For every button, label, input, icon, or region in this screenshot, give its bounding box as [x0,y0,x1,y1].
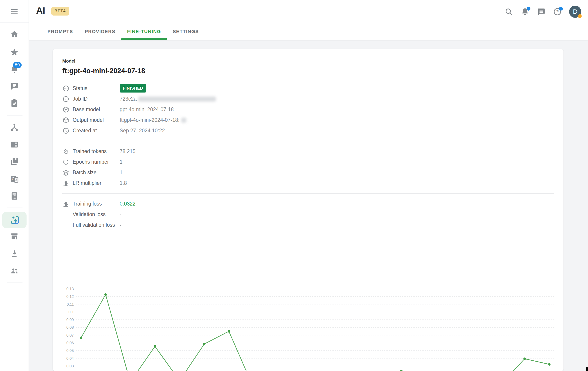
sidebar-divider [7,283,22,283]
svg-text:0.12: 0.12 [66,295,74,299]
ai-sparkle-icon[interactable] [10,215,20,225]
avatar-initial: D [573,8,578,15]
tokens-icon [62,148,70,155]
hp-row-epochs: Epochs number 1 [62,157,554,167]
library-icon[interactable] [10,157,19,166]
sidebar-divider [7,115,22,116]
star-icon[interactable] [10,47,19,57]
output-model-value: ft:gpt-4o-mini-2024-07-18: [120,117,179,123]
tab-providers[interactable]: PROVIDERS [79,23,121,40]
chart-icon [62,200,70,207]
svg-text:0.03: 0.03 [66,364,74,368]
avatar[interactable]: D [569,6,581,18]
trained-tokens-value: 78 215 [120,148,136,154]
active-tab-underline [121,38,167,40]
validation-loss-value: - [120,211,121,218]
svg-text:?: ? [556,9,559,14]
redacted-text [181,118,186,123]
tabs-bar: PROMPTS PROVIDERS FINE-TUNING SETTINGS [29,23,588,40]
search-icon[interactable] [504,7,513,16]
redacted-text [138,97,216,101]
divider [62,141,554,141]
messages-icon[interactable] [537,7,546,16]
notifications-count-badge: 59 [13,62,21,68]
sidebar-divider [7,207,22,208]
job-id-value: 723c2a [120,96,136,102]
notification-dot [527,7,530,11]
divider [62,193,554,194]
detail-row-created-at: Created at Sep 27, 2024 10:22 [62,125,554,136]
tab-fine-tuning[interactable]: FINE-TUNING [121,23,167,40]
status-badge: FINISHED [120,84,146,93]
loss-row-full-validation: Full validation loss - [62,220,554,230]
svg-text:0.04: 0.04 [66,356,74,361]
svg-text:0.06: 0.06 [66,341,74,345]
epochs-icon [62,158,70,166]
loss-row-validation: Validation loss - [62,209,554,220]
chart-icon [62,180,70,187]
svg-text:0.1: 0.1 [68,310,74,314]
workflow-icon[interactable] [10,122,19,132]
info-icon [62,96,70,103]
layout-icon[interactable] [10,140,19,149]
loss-row-training: Training loss 0.0322 [62,198,554,209]
svg-text:0.09: 0.09 [66,318,74,322]
svg-text:0.11: 0.11 [67,302,74,307]
status-icon [62,85,70,92]
calculator-icon[interactable] [10,191,19,201]
beta-badge: BETA [51,7,69,16]
screen-corner-artifact [586,367,588,371]
store-icon[interactable] [10,232,19,241]
sidebar-divider [0,22,29,23]
created-at-value: Sep 27, 2024 10:22 [120,128,165,134]
clock-icon [62,127,70,134]
notifications-icon[interactable] [521,7,529,16]
sidebar: 59 G [0,0,29,371]
users-icon[interactable] [10,266,19,275]
loss-chart: 0.010.020.030.040.050.060.070.080.090.10… [53,283,564,371]
detail-row-output-model: Output model ft:gpt-4o-mini-2024-07-18: [62,115,554,125]
detail-row-status: Status FINISHED [62,83,554,94]
full-validation-loss-value: - [120,222,121,228]
avatar-status-dot [578,14,582,18]
help-dot [559,7,563,11]
batch-icon [62,169,70,176]
home-icon[interactable] [10,30,19,39]
tasks-icon[interactable] [10,98,19,108]
epochs-value: 1 [120,159,123,165]
svg-text:0.07: 0.07 [66,333,74,338]
package-icon [62,106,70,113]
hp-row-lr-multiplier: LR multiplier 1.8 [62,178,554,188]
hp-row-batch-size: Batch size 1 [62,167,554,178]
model-section-label: Model [62,58,554,64]
detail-row-base-model: Base model gpt-4o-mini-2024-07-18 [62,104,554,115]
model-card: Model ft:gpt-4o-mini-2024-07-18 Status F… [53,49,564,371]
base-model-value: gpt-4o-mini-2024-07-18 [120,107,174,113]
menu-icon[interactable] [10,7,19,16]
svg-text:0.13: 0.13 [66,287,74,291]
chat-icon[interactable] [10,81,19,91]
svg-text:0.08: 0.08 [66,325,74,330]
package-icon [62,117,70,124]
app-logo: AI [36,5,45,16]
tab-prompts[interactable]: PROMPTS [42,23,79,40]
detail-row-job-id: Job ID 723c2a [62,94,554,104]
translate-icon[interactable]: G [10,174,19,184]
training-loss-value: 0.0322 [120,201,136,207]
help-icon[interactable]: ? [553,7,562,16]
svg-text:0.05: 0.05 [66,349,74,353]
tab-settings[interactable]: SETTINGS [167,23,205,40]
model-name: ft:gpt-4o-mini-2024-07-18 [62,67,554,75]
download-icon[interactable] [10,249,19,258]
batch-size-value: 1 [120,170,123,175]
hp-row-trained-tokens: Trained tokens 78 215 [62,146,554,157]
lr-multiplier-value: 1.8 [120,180,127,186]
top-bar: AI BETA ? D [29,0,588,23]
